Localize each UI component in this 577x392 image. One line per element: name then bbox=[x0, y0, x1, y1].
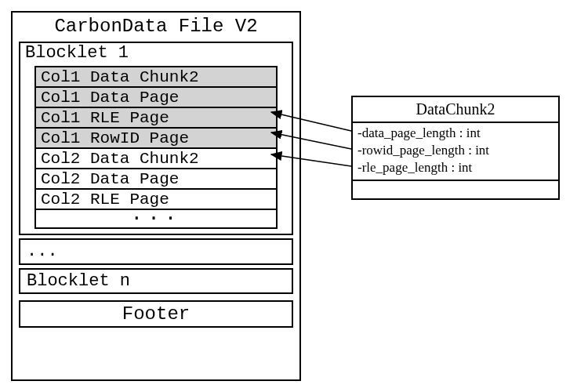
footer: Footer bbox=[19, 300, 293, 328]
class-methods-empty bbox=[353, 181, 558, 198]
col1-data-page: Col1 Data Page bbox=[36, 88, 276, 108]
class-attributes: -data_page_length : int -rowid_page_leng… bbox=[353, 123, 558, 181]
col2-data-page: Col2 Data Page bbox=[36, 169, 276, 190]
blocklets-ellipsis: ... bbox=[19, 238, 293, 265]
col1-rle-page: Col1 RLE Page bbox=[36, 108, 276, 129]
attr-rle-page-length: -rle_page_length : int bbox=[357, 159, 553, 176]
attr-rowid-page-length: -rowid_page_length : int bbox=[357, 142, 553, 159]
carbondata-file-box: CarbonData File V2 Blocklet 1 Col1 Data … bbox=[11, 11, 301, 381]
attr-data-page-length: -data_page_length : int bbox=[357, 125, 553, 142]
blocklet-1-title: Blocklet 1 bbox=[20, 43, 292, 66]
blocklet-1: Blocklet 1 Col1 Data Chunk2 Col1 Data Pa… bbox=[19, 42, 293, 235]
col1-rowid-page: Col1 RowID Page bbox=[36, 129, 276, 149]
datachunk2-class: DataChunk2 -data_page_length : int -rowi… bbox=[351, 96, 560, 200]
col1-data-chunk2: Col1 Data Chunk2 bbox=[36, 67, 276, 88]
column-pages-list: Col1 Data Chunk2 Col1 Data Page Col1 RLE… bbox=[34, 66, 278, 229]
class-name: DataChunk2 bbox=[353, 97, 558, 123]
blocklet-n: Blocklet n bbox=[19, 268, 293, 294]
col2-data-chunk2: Col2 Data Chunk2 bbox=[36, 149, 276, 169]
file-title: CarbonData File V2 bbox=[13, 13, 299, 42]
list-ellipsis: ··· bbox=[36, 210, 276, 227]
